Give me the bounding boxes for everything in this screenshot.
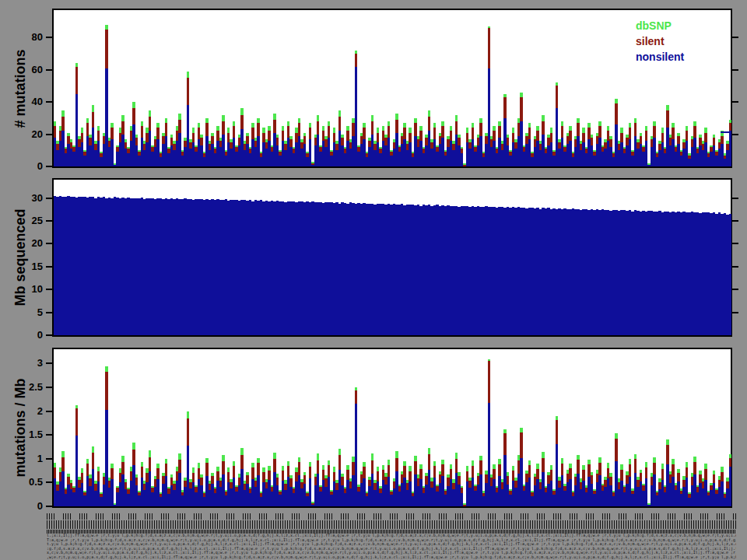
y-tick-label: 40 — [4, 96, 43, 107]
mutation-figure: # mutations Mb sequenced mutations / Mb … — [0, 0, 747, 560]
y-tick-mark — [732, 266, 738, 268]
y-tick-mark — [732, 243, 738, 244]
bar-segment — [729, 214, 731, 335]
y-tick-label: 0 — [4, 329, 43, 341]
sample-id-labels: l.;x:i,Il;j.fT:a,q;w.e ;r,t.y;u l,p.k;h:… — [47, 513, 736, 560]
y-tick-label: 20 — [4, 128, 43, 140]
bar — [729, 10, 731, 166]
y-tick-label: 2 — [4, 405, 43, 417]
y-tick-label: 0.5 — [4, 476, 43, 488]
y-tick-label: 60 — [4, 64, 43, 75]
y-tick-mark — [46, 289, 52, 290]
y-tick-label: 0 — [4, 160, 43, 172]
y-tick-label: 0 — [4, 500, 43, 512]
y-tick-mark — [46, 312, 52, 313]
mutations-bars — [54, 10, 731, 166]
y-tick-mark — [46, 411, 52, 412]
y-tick-mark — [46, 481, 52, 483]
last-bar-marker — [721, 131, 730, 133]
y-tick-mark — [46, 220, 52, 222]
bar-segment — [729, 131, 731, 166]
y-tick-mark — [732, 289, 738, 290]
y-tick-mark — [46, 334, 52, 336]
y-tick-mark — [46, 458, 52, 460]
y-tick-label: 3 — [4, 357, 43, 369]
sample-label-noise: l.;x:i,Il;j.fT:a,q;w.e ;r,t.y;u l,p.k;h:… — [47, 534, 736, 559]
y-tick-label: 2.5 — [4, 381, 43, 393]
coverage-bars — [54, 180, 731, 335]
y-tick-label: 1 — [4, 453, 43, 464]
y-tick-mark — [732, 69, 738, 71]
y-tick-mark — [732, 134, 738, 135]
bar — [729, 180, 731, 335]
y-tick-mark — [46, 434, 52, 436]
y-tick-mark — [46, 101, 52, 103]
y-tick-label: 5 — [4, 306, 43, 318]
mutation-rate-bars — [54, 349, 731, 506]
mutation-rate-panel: 00.511.522.53 — [52, 348, 732, 508]
legend: dbSNP silent nonsilent — [636, 18, 684, 65]
y-tick-label: 15 — [4, 261, 43, 272]
y-tick-mark — [46, 266, 52, 268]
bar-segment — [729, 458, 731, 467]
y-tick-mark — [46, 69, 52, 71]
y-tick-mark — [46, 387, 52, 388]
sample-label-tick-row — [47, 513, 736, 520]
y-tick-mark — [46, 243, 52, 244]
y-tick-mark — [732, 312, 738, 313]
y-tick-label: 20 — [4, 237, 43, 249]
y-tick-label: 10 — [4, 283, 43, 295]
y-tick-mark — [46, 362, 52, 364]
sample-label-noise-row: ,w;e.r;t,y.u;i.o,p;a.s,d;f.g,h;j.k,l;z,x… — [47, 555, 736, 560]
bar-segment — [729, 123, 731, 131]
y-tick-label: 25 — [4, 215, 43, 226]
y-tick-label: 30 — [4, 192, 43, 204]
y-tick-mark — [46, 198, 52, 199]
y-tick-mark — [46, 166, 52, 167]
legend-item-silent: silent — [636, 33, 684, 49]
y-tick-mark — [46, 37, 52, 38]
y-tick-mark — [732, 37, 738, 38]
bar — [729, 349, 731, 506]
legend-item-dbsnp: dbSNP — [636, 18, 684, 33]
y-axis-label-mutations: # mutations — [12, 49, 29, 128]
y-tick-mark — [46, 506, 52, 507]
y-tick-label: 80 — [4, 31, 43, 43]
y-tick-mark — [732, 101, 738, 103]
legend-item-nonsilent: nonsilent — [636, 49, 684, 65]
mutations-panel: dbSNP silent nonsilent 020406080 — [52, 9, 732, 168]
coverage-panel: 051015202530 — [52, 178, 732, 337]
y-tick-mark — [732, 198, 738, 199]
y-tick-mark — [46, 134, 52, 135]
y-tick-label: 1.5 — [4, 429, 43, 440]
sample-label-comb-row — [47, 520, 736, 529]
bar-segment — [729, 467, 731, 506]
y-tick-mark — [732, 220, 738, 222]
